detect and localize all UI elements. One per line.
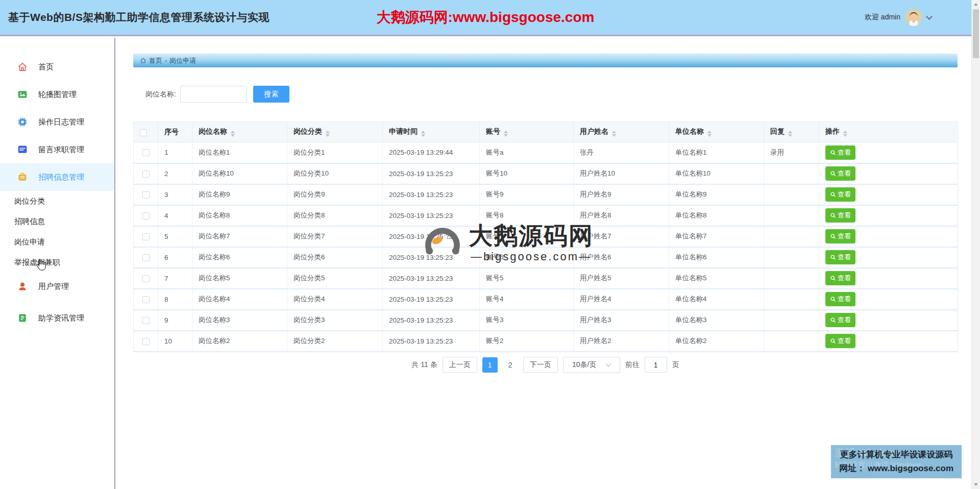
- view-button[interactable]: 查看: [825, 229, 855, 243]
- sidebar-item-home[interactable]: 首页: [0, 53, 114, 81]
- row-checkbox[interactable]: [142, 317, 150, 324]
- sidebar-subitem-label: 岗位申请: [14, 237, 45, 247]
- view-button[interactable]: 查看: [825, 145, 855, 160]
- row-checkbox[interactable]: [142, 296, 150, 303]
- col-header-index: 序号: [158, 122, 192, 142]
- row-checkbox[interactable]: [142, 233, 150, 240]
- promo-banner: 大鹅源码网:www.bigsgoose.com: [377, 8, 595, 27]
- sidebar-subitem-post-category[interactable]: 岗位分类: [0, 191, 114, 211]
- row-checkbox[interactable]: [142, 212, 150, 219]
- avatar[interactable]: [905, 9, 922, 26]
- sidebar-item-messages[interactable]: 留言求职管理: [0, 136, 114, 163]
- sort-icon[interactable]: [788, 131, 792, 137]
- col-header-apply-time[interactable]: 申请时间: [383, 122, 480, 142]
- view-button[interactable]: 查看: [825, 313, 855, 327]
- row-checkbox[interactable]: [142, 191, 150, 199]
- goto-label: 前往: [625, 360, 640, 370]
- user-area[interactable]: 欢迎 admin: [865, 0, 932, 35]
- cell-reply: [764, 310, 819, 331]
- cell-post-category: 岗位分类2: [287, 331, 383, 352]
- sidebar-subitem-recruit-info[interactable]: 招聘信息: [0, 211, 114, 232]
- cell-index: 1: [158, 142, 192, 163]
- page-size-select[interactable]: 10条/页: [563, 357, 620, 373]
- view-button[interactable]: 查看: [825, 166, 855, 181]
- magnifier-icon: [830, 254, 836, 260]
- cell-post-category: 岗位分类5: [287, 268, 383, 289]
- cell-post-category: 岗位分类1: [287, 142, 383, 163]
- cell-post-name: 岗位名称3: [192, 310, 287, 331]
- cell-user-name: 张丹: [574, 142, 669, 163]
- sidebar-item-recruit[interactable]: 招聘信息管理: [0, 163, 114, 191]
- view-button[interactable]: 查看: [825, 250, 855, 264]
- breadcrumb-home[interactable]: 首页: [149, 56, 162, 65]
- vertical-scrollbar[interactable]: [971, 0, 980, 489]
- cell-post-category: 岗位分类10: [287, 163, 383, 184]
- col-header-account[interactable]: 账号: [480, 122, 574, 142]
- chevron-down-icon: [606, 361, 611, 366]
- sidebar-item-news[interactable]: 助学资讯管理: [0, 304, 114, 332]
- table-row: 9 岗位名称3 岗位分类3 2025-03-19 13:25:23 账号3 用户…: [134, 310, 958, 331]
- search-input[interactable]: [180, 86, 247, 103]
- view-button[interactable]: 查看: [825, 271, 855, 285]
- select-all-checkbox[interactable]: [140, 129, 147, 136]
- prev-page-button[interactable]: 上一页: [443, 357, 477, 373]
- chevron-down-icon[interactable]: [926, 13, 933, 20]
- col-header-unit-name[interactable]: 单位名称: [669, 122, 764, 142]
- pagination-total: 共 11 条: [411, 360, 437, 370]
- table-row: 6 岗位名称6 岗位分类6 2025-03-19 13:25:23 账号6 用户…: [134, 247, 958, 268]
- breadcrumb-current[interactable]: 岗位申请: [169, 56, 196, 65]
- row-checkbox[interactable]: [142, 275, 150, 282]
- search-button[interactable]: 搜索: [253, 86, 289, 103]
- col-header-actions[interactable]: 操作: [819, 122, 958, 142]
- view-button[interactable]: 查看: [825, 334, 855, 348]
- scrollbar-thumb[interactable]: [973, 9, 979, 58]
- sort-icon[interactable]: [612, 131, 616, 137]
- sort-icon[interactable]: [326, 131, 330, 137]
- sidebar: 首页 轮播图管理 操作日志管理 留言求职管理 招聘信息管理 岗位分类: [0, 38, 115, 489]
- page-2-button[interactable]: 2: [503, 357, 518, 373]
- cell-user-name: 用户姓名6: [574, 247, 669, 268]
- sidebar-item-label: 留言求职管理: [38, 145, 84, 155]
- applications-table: 序号 岗位名称 岗位分类 申请时间 账号 用户姓名 单位名称 回复 操作 1: [133, 121, 958, 352]
- sort-icon[interactable]: [421, 131, 425, 137]
- sidebar-item-label: 轮播图管理: [38, 90, 77, 100]
- page-title: 基于Web的B/S架构勤工助学信息管理系统设计与实现: [8, 10, 270, 25]
- page-1-button[interactable]: 1: [482, 357, 498, 373]
- sort-icon[interactable]: [504, 131, 508, 137]
- row-checkbox[interactable]: [142, 149, 150, 156]
- sidebar-item-logs[interactable]: 操作日志管理: [0, 108, 114, 136]
- cell-apply-time: 2025-03-19 13:25:23: [383, 226, 480, 247]
- col-header-post-name[interactable]: 岗位名称: [192, 122, 287, 142]
- cell-account: 账号7: [480, 226, 574, 247]
- goto-unit: 页: [672, 360, 679, 370]
- scroll-down-arrow-icon[interactable]: [972, 480, 980, 489]
- cell-user-name: 用户姓名2: [574, 331, 669, 352]
- sort-icon[interactable]: [843, 131, 847, 137]
- sort-icon[interactable]: [707, 131, 712, 137]
- sidebar-item-carousel[interactable]: 轮播图管理: [0, 81, 114, 108]
- sidebar-item-label: 用户管理: [38, 282, 69, 291]
- sidebar-subitem-label: 举报虚假兼职: [14, 258, 60, 267]
- table-row: 10 岗位名称2 岗位分类2 2025-03-19 13:25:23 账号2 用…: [134, 331, 958, 352]
- goto-page-input[interactable]: [645, 357, 667, 373]
- cell-post-name: 岗位名称9: [192, 184, 287, 205]
- row-checkbox[interactable]: [142, 338, 150, 345]
- cell-post-category: 岗位分类4: [287, 289, 383, 310]
- cell-index: 3: [158, 184, 192, 205]
- sidebar-item-users[interactable]: 用户管理: [0, 273, 114, 300]
- row-checkbox[interactable]: [142, 170, 150, 178]
- view-button[interactable]: 查看: [825, 208, 855, 223]
- sort-icon[interactable]: [231, 131, 235, 137]
- sidebar-subitem-report-fake[interactable]: 举报虚假兼职: [0, 252, 114, 273]
- col-header-reply[interactable]: 回复: [764, 122, 819, 142]
- view-button[interactable]: 查看: [825, 187, 855, 202]
- next-page-button[interactable]: 下一页: [523, 357, 558, 373]
- cell-account: 账号6: [480, 247, 574, 268]
- magnifier-icon: [830, 233, 836, 239]
- sidebar-subitem-post-apply[interactable]: 岗位申请: [0, 232, 114, 252]
- col-header-post-category[interactable]: 岗位分类: [287, 122, 383, 142]
- row-checkbox[interactable]: [142, 254, 150, 261]
- scroll-up-arrow-icon[interactable]: [972, 0, 980, 9]
- view-button[interactable]: 查看: [825, 292, 855, 306]
- col-header-user-name[interactable]: 用户姓名: [574, 122, 669, 142]
